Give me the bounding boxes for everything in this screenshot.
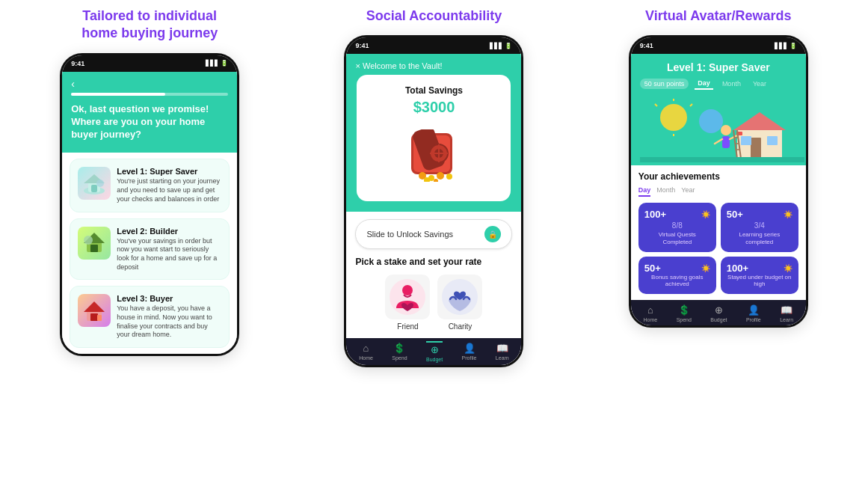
level-1-name: Level 1: Super Saver — [117, 167, 221, 176]
tab-month[interactable]: Month — [719, 79, 744, 89]
level-3-desc: You have a deposit, you have a house in … — [117, 304, 221, 340]
level-1-desc: You're just starting on your journey and… — [117, 177, 221, 203]
stake-friend[interactable]: Friend — [385, 275, 430, 331]
tab-day[interactable]: Day — [695, 78, 713, 90]
level-3-icon — [78, 294, 111, 327]
nav3-learn-icon: 📖 — [781, 304, 792, 316]
nav3-budget-label: Budget — [710, 317, 727, 322]
phone-2-header: × Welcome to the Vault! Total Savings $3… — [346, 54, 521, 212]
ach-tab-month[interactable]: Month — [656, 186, 675, 197]
savings-amount: $3000 — [367, 99, 500, 116]
nav3-profile[interactable]: 👤 Profile — [746, 304, 761, 322]
column-1-title: Tailored to individualhome buying journe… — [81, 7, 218, 43]
achievements-grid: 100+ ☀️ 8/8 Virtual Quests Completed 50+… — [638, 203, 798, 293]
column-3-title: Virtual Avatar/Rewards — [645, 7, 791, 25]
svg-point-4 — [96, 180, 104, 187]
nav-home-label: Home — [359, 355, 373, 361]
ach-tab-year[interactable]: Year — [681, 186, 695, 197]
nav-budget-label: Budget — [426, 357, 443, 362]
ach-quests-fraction: 8/8 — [644, 221, 710, 230]
phone-3-nav: ⌂ Home 💲 Spend ⊕ Budget 👤 Profile — [631, 300, 806, 325]
nav-profile[interactable]: 👤 Profile — [462, 343, 477, 362]
savings-label: Total Savings — [367, 85, 500, 96]
level-2-card[interactable]: Level 2: Builder You've your savings in … — [70, 218, 230, 281]
level-3-card[interactable]: Level 3: Buyer You have a deposit, you h… — [70, 286, 230, 348]
slide-unlock-button[interactable]: Slide to Unlock Savings 🔒 — [355, 219, 512, 249]
nav-learn[interactable]: 📖 Learn — [496, 343, 509, 362]
phone-3-content: Level 1: Super Saver 50 sun points Day M… — [631, 54, 806, 325]
main-columns: Tailored to individualhome buying journe… — [15, 7, 853, 367]
avatar-svg — [640, 99, 804, 162]
ach-card-bonus: 50+ ☀️ Bonus saving goals achieved — [638, 257, 716, 294]
nav3-learn-label: Learn — [780, 317, 793, 322]
level-2-desc: You've your savings in order but now you… — [117, 237, 221, 272]
phone-3-body: Your achievements Day Month Year 100+ ☀️ — [631, 165, 806, 299]
back-button[interactable]: ‹ — [71, 78, 228, 90]
nav-spend[interactable]: 💲 Spend — [392, 343, 407, 362]
level-1-icon — [78, 167, 111, 200]
svg-point-30 — [660, 104, 687, 131]
ach-bonus-count: 50+ — [644, 263, 661, 274]
ach-budget-count: 100+ — [727, 263, 748, 274]
nav3-learn[interactable]: 📖 Learn — [780, 304, 793, 322]
nav3-home[interactable]: ⌂ Home — [644, 304, 658, 322]
svg-point-25 — [434, 179, 438, 182]
ach-card-learning: 50+ ☀️ 3/4 Learning series completed — [721, 203, 798, 251]
nav-home[interactable]: ⌂ Home — [359, 343, 373, 362]
vault-illustration — [367, 123, 500, 191]
column-tailored: Tailored to individualhome buying journe… — [15, 7, 284, 356]
ach-quests-desc: Virtual Quests Completed — [644, 231, 710, 245]
phone-1: 9:41 ▋▋▋ 🔋 ‹ Ok, last question we promis… — [60, 53, 239, 356]
ach-tabs-row: Day Month Year — [638, 186, 798, 197]
sun-points-badge: 50 sun points — [640, 79, 689, 89]
budget-nav-icon: ⊕ — [431, 344, 439, 355]
svg-rect-7 — [90, 245, 98, 252]
progress-fill — [71, 93, 165, 96]
avatar-scene — [640, 96, 797, 165]
nav3-home-icon: ⌂ — [647, 304, 653, 316]
profile-nav-icon: 👤 — [464, 343, 475, 354]
level-3-text: Level 3: Buyer You have a deposit, you h… — [117, 294, 221, 340]
ach-quests-sun: ☀️ — [701, 210, 710, 218]
tab-year[interactable]: Year — [750, 79, 769, 89]
nav-profile-label: Profile — [462, 355, 477, 361]
svg-point-23 — [446, 174, 452, 180]
phone-2-time: 9:41 — [355, 42, 369, 49]
ach-bonus-desc: Bonus saving goals achieved — [644, 274, 710, 288]
progress-bar — [71, 93, 228, 96]
spend-nav-icon: 💲 — [393, 343, 405, 354]
question-text: Ok, last question we promise! Where are … — [71, 103, 228, 141]
svg-rect-40 — [767, 136, 778, 145]
svg-rect-51 — [640, 157, 804, 162]
nav-budget[interactable]: ⊕ Budget — [426, 341, 443, 362]
stake-charity[interactable]: Charity — [437, 275, 482, 331]
level-1-card[interactable]: Level 1: Super Saver You're just startin… — [70, 159, 230, 212]
phone-3-icons: ▋▋▋ 🔋 — [775, 43, 797, 49]
ach-learning-fraction: 3/4 — [727, 221, 792, 230]
phone-3-notch: 9:41 ▋▋▋ 🔋 — [631, 37, 806, 54]
lock-icon: 🔒 — [484, 226, 501, 242]
nav3-spend[interactable]: 💲 Spend — [677, 304, 692, 322]
phone-2-icons: ▋▋▋ 🔋 — [490, 43, 512, 49]
level-2-name: Level 2: Builder — [117, 227, 221, 236]
svg-point-27 — [402, 285, 413, 295]
phone-2-nav: ⌂ Home 💲 Spend ⊕ Budget 👤 Profile — [346, 338, 521, 365]
level-1-text: Level 1: Super Saver You're just startin… — [117, 167, 221, 203]
stake-options: Friend — [355, 275, 512, 331]
column-social: Social Accountability 9:41 ▋▋▋ 🔋 × Welco… — [299, 7, 568, 367]
phone-2: 9:41 ▋▋▋ 🔋 × Welcome to the Vault! Total… — [344, 35, 523, 367]
phone-1-header: ‹ Ok, last question we promise! Where ar… — [62, 72, 237, 153]
friend-icon — [385, 275, 430, 319]
nav3-spend-icon: 💲 — [678, 304, 690, 316]
ach-budget-sun: ☀️ — [784, 264, 792, 272]
nav3-budget-icon: ⊕ — [715, 304, 723, 316]
nav-spend-label: Spend — [392, 355, 407, 361]
points-tabs-row: 50 sun points Day Month Year — [640, 78, 797, 90]
column-2-title: Social Accountability — [366, 7, 502, 25]
nav3-budget[interactable]: ⊕ Budget — [710, 304, 727, 322]
phone-1-notch: 9:41 ▋▋▋ 🔋 — [62, 55, 237, 72]
ach-tab-day[interactable]: Day — [638, 186, 651, 197]
phone-3: 9:41 ▋▋▋ 🔋 Level 1: Super Saver 50 sun p… — [629, 35, 808, 327]
svg-point-41 — [721, 125, 731, 135]
level-2-icon — [78, 227, 111, 260]
